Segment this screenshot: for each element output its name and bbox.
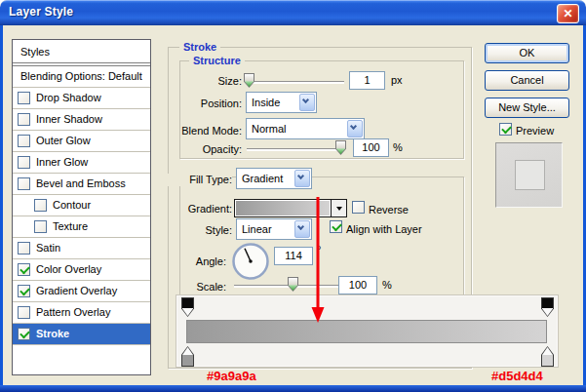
fill-type-dropdown[interactable]: Gradient bbox=[236, 168, 312, 189]
reverse-label: Reverse bbox=[369, 204, 409, 216]
chevron-down-icon[interactable] bbox=[347, 120, 363, 137]
sidebar-item-satin[interactable]: Satin bbox=[13, 238, 150, 259]
reverse-checkbox[interactable] bbox=[352, 201, 365, 214]
blend-mode-dropdown[interactable]: Normal bbox=[246, 118, 365, 139]
window-title: Layer Style bbox=[9, 5, 73, 19]
size-label: Size: bbox=[174, 75, 242, 88]
size-input[interactable]: 1 bbox=[349, 71, 385, 90]
window-border-bottom bbox=[0, 385, 586, 392]
chevron-down-icon[interactable] bbox=[299, 94, 315, 111]
gradient-swatch-dropdown-arrow[interactable] bbox=[331, 200, 346, 216]
close-button[interactable]: ✕ bbox=[557, 4, 579, 23]
sidebar-item-drop-shadow[interactable]: Drop Shadow bbox=[13, 88, 150, 109]
size-unit: px bbox=[391, 74, 403, 86]
angle-label: Angle: bbox=[164, 255, 226, 268]
angle-dial[interactable] bbox=[231, 242, 270, 281]
sidebar-item-label: Color Overlay bbox=[36, 259, 101, 280]
opacity-slider-track[interactable] bbox=[247, 148, 344, 151]
blend-mode-label: Blend Mode: bbox=[174, 125, 242, 137]
checkbox[interactable] bbox=[18, 92, 30, 104]
color-stop-left[interactable] bbox=[181, 346, 194, 367]
checkbox[interactable] bbox=[18, 242, 30, 255]
sidebar-item-stroke[interactable]: Stroke bbox=[13, 324, 150, 345]
style-value: Linear bbox=[242, 219, 272, 239]
sidebar-item-label: Contour bbox=[53, 195, 91, 216]
checkbox[interactable] bbox=[18, 263, 30, 276]
chevron-down-icon[interactable] bbox=[294, 170, 310, 187]
color-stop-right-fill bbox=[542, 347, 553, 366]
chevron-down-icon[interactable] bbox=[294, 220, 310, 238]
sidebar-item-bevel-and-emboss[interactable]: Bevel and Emboss bbox=[13, 174, 150, 195]
preview-label: Preview bbox=[516, 125, 554, 137]
position-dropdown[interactable]: Inside bbox=[246, 92, 317, 113]
opacity-stop-right[interactable] bbox=[541, 297, 554, 317]
opacity-input[interactable]: 100 bbox=[353, 138, 389, 157]
sidebar-item-outer-glow[interactable]: Outer Glow bbox=[13, 131, 150, 152]
sidebar-item-texture[interactable]: Texture bbox=[13, 216, 150, 238]
sidebar-item-label: Drop Shadow bbox=[36, 88, 101, 108]
color-stop-right[interactable] bbox=[541, 346, 554, 367]
position-label: Position: bbox=[174, 98, 242, 110]
opacity-slider-thumb[interactable] bbox=[335, 140, 346, 155]
sidebar-item-label: Outer Glow bbox=[36, 131, 91, 151]
sidebar-item-contour[interactable]: Contour bbox=[13, 195, 150, 216]
gradient-label: Gradient: bbox=[164, 203, 232, 216]
sidebar-item-inner-shadow[interactable]: Inner Shadow bbox=[13, 109, 150, 131]
checkbox[interactable] bbox=[18, 328, 30, 340]
sidebar-item-label: Bevel and Emboss bbox=[36, 174, 126, 194]
sidebar-item-label: Texture bbox=[53, 216, 88, 237]
style-dropdown[interactable]: Linear bbox=[236, 218, 312, 240]
title-bar[interactable]: Layer Style ✕ bbox=[0, 0, 586, 25]
sidebar-item-label: Satin bbox=[36, 238, 60, 258]
checkbox[interactable] bbox=[18, 135, 30, 147]
color-stop-left-fill bbox=[182, 347, 193, 366]
structure-legend: Structure bbox=[189, 55, 245, 67]
size-slider-thumb[interactable] bbox=[244, 73, 254, 88]
sidebar-item-pattern-overlay[interactable]: Pattern Overlay bbox=[13, 302, 150, 324]
opacity-unit: % bbox=[393, 141, 403, 153]
gradient-left-hex-label: #9a9a9a bbox=[207, 369, 256, 383]
fill-type-value: Gradient bbox=[242, 169, 283, 188]
preview-checkbox[interactable] bbox=[499, 123, 512, 136]
gradient-editor-panel bbox=[176, 294, 559, 368]
sidebar-item-label: Inner Glow bbox=[36, 152, 88, 173]
triangle-down-icon bbox=[336, 207, 342, 211]
scale-input[interactable]: 100 bbox=[338, 276, 377, 294]
scale-label: Scale: bbox=[164, 281, 226, 294]
close-icon: ✕ bbox=[563, 7, 572, 20]
ok-button[interactable]: OK bbox=[485, 43, 569, 63]
window-border-left bbox=[0, 25, 3, 392]
opacity-label: Opacity: bbox=[174, 143, 242, 156]
align-with-layer-checkbox[interactable] bbox=[330, 220, 342, 233]
stroke-panel-title: Stroke bbox=[179, 41, 220, 54]
scale-unit: % bbox=[382, 279, 392, 291]
layer-style-dialog: Layer Style ✕ Styles Blending Options: D… bbox=[0, 0, 586, 392]
preview-layer-square bbox=[515, 160, 545, 190]
gradient-swatch[interactable] bbox=[234, 199, 347, 217]
sidebar-item-color-overlay[interactable]: Color Overlay bbox=[13, 259, 150, 281]
sidebar-item-gradient-overlay[interactable]: Gradient Overlay bbox=[13, 281, 150, 302]
angle-input[interactable]: 114 bbox=[274, 247, 313, 265]
sidebar-item-label: Gradient Overlay bbox=[36, 281, 117, 301]
preview-thumbnail bbox=[495, 142, 563, 208]
checkbox[interactable] bbox=[18, 113, 30, 126]
blend-mode-value: Normal bbox=[252, 119, 286, 138]
opacity-stop-left[interactable] bbox=[181, 297, 194, 317]
size-slider-track[interactable] bbox=[247, 81, 344, 84]
sidebar-item-label: Stroke bbox=[36, 324, 69, 344]
checkbox[interactable] bbox=[18, 306, 30, 319]
scale-slider-thumb[interactable] bbox=[288, 277, 298, 292]
checkbox[interactable] bbox=[18, 156, 30, 169]
cancel-button[interactable]: Cancel bbox=[485, 70, 569, 91]
styles-list: Styles Blending Options: Default Drop Sh… bbox=[12, 39, 151, 375]
checkbox[interactable] bbox=[18, 285, 30, 297]
checkbox[interactable] bbox=[34, 220, 47, 233]
sidebar-item-inner-glow[interactable]: Inner Glow bbox=[13, 152, 150, 174]
gradient-bar[interactable] bbox=[186, 320, 547, 343]
styles-list-header: Styles bbox=[13, 40, 150, 63]
checkbox[interactable] bbox=[18, 177, 30, 190]
sidebar-item-blending-options[interactable]: Blending Options: Default bbox=[13, 66, 150, 88]
checkbox[interactable] bbox=[34, 199, 47, 212]
new-style-button[interactable]: New Style... bbox=[485, 98, 569, 118]
fill-type-label: Fill Type: bbox=[164, 174, 232, 186]
